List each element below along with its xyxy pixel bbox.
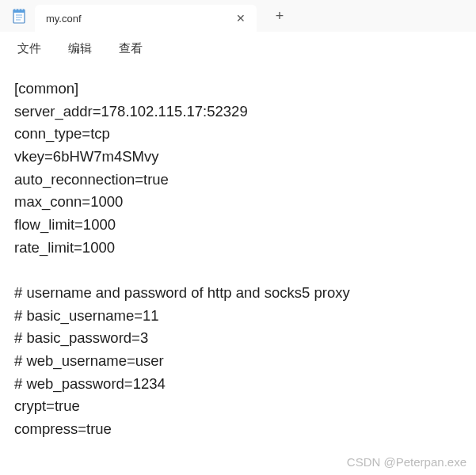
text-editor-content[interactable]: [common] server_addr=178.102.115.17:5232… (0, 65, 476, 475)
menu-view[interactable]: 查看 (109, 36, 152, 61)
close-icon[interactable]: ✕ (234, 12, 247, 25)
menu-edit[interactable]: 编辑 (59, 36, 101, 61)
notepad-icon (11, 7, 27, 25)
tab-active[interactable]: my.conf ✕ (35, 5, 257, 32)
menubar: 文件 编辑 查看 (0, 32, 476, 65)
svg-point-5 (15, 9, 17, 10)
new-tab-button[interactable]: + (268, 4, 291, 28)
svg-point-7 (21, 9, 23, 10)
watermark: CSDN @Peterpan.exe (347, 455, 466, 469)
menu-file[interactable]: 文件 (8, 36, 51, 61)
svg-point-6 (18, 9, 20, 10)
titlebar: my.conf ✕ + (0, 0, 476, 32)
tab-title: my.conf (46, 13, 234, 25)
